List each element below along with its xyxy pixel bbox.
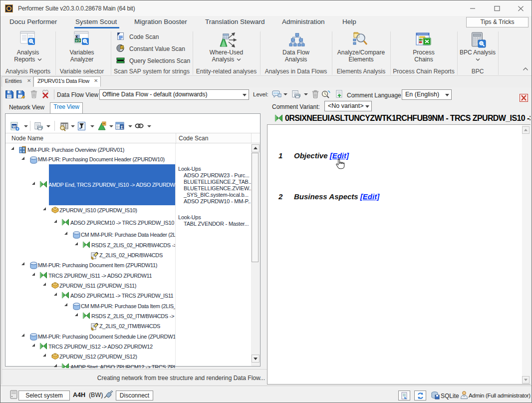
svg-text:1: 1 — [121, 46, 123, 49]
svg-text:Σ: Σ — [121, 125, 124, 130]
svg-text:W: W — [12, 124, 16, 129]
svg-text:=?: =? — [75, 38, 80, 43]
